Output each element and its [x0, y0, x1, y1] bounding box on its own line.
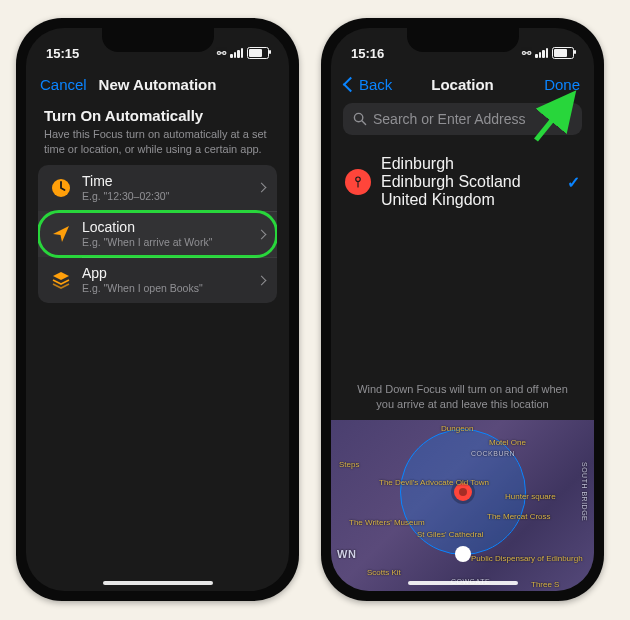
nav-arrow-icon [50, 223, 72, 245]
location-result[interactable]: Edinburgh Edinburgh Scotland United King… [331, 147, 594, 217]
bottom-pane: Wind Down Focus will turn on and off whe… [331, 376, 594, 591]
map-view[interactable]: The Devil's Advocate Old Town The Writer… [331, 420, 594, 591]
chevron-right-icon [257, 229, 267, 239]
chevron-right-icon [257, 183, 267, 193]
automation-group: Time E.g. "12:30–02:30" Location E.g. "W… [38, 165, 277, 304]
row-app-sub: E.g. "When I open Books" [82, 282, 248, 295]
map-poi: The Devil's Advocate Old Town [379, 478, 489, 487]
signal-icon [535, 48, 548, 58]
result-subtitle: Edinburgh Scotland United Kingdom [381, 173, 557, 209]
map-poi: Three S [531, 580, 559, 589]
section-title: Turn On Automatically [44, 107, 271, 124]
result-title: Edinburgh [381, 155, 557, 173]
map-poi: The Mercat Cross [487, 512, 551, 521]
nav-bar: Back Location Done [331, 68, 594, 103]
status-indicators: ⚯ [522, 47, 574, 60]
map-pin-icon [345, 169, 371, 195]
cancel-button[interactable]: Cancel [40, 76, 87, 93]
status-time: 15:15 [46, 46, 79, 61]
map-road: COCKBURN [471, 450, 515, 457]
map-poi: St Giles' Cathedral [417, 530, 483, 539]
radius-handle[interactable] [455, 546, 471, 562]
section-header: Turn On Automatically Have this Focus tu… [38, 103, 277, 165]
home-indicator[interactable] [103, 581, 213, 585]
map-poi: The Writers' Museum [349, 518, 425, 527]
notch [102, 28, 214, 52]
status-time: 15:16 [351, 46, 384, 61]
chevron-right-icon [257, 275, 267, 285]
map-poi: Motel One [489, 438, 526, 447]
svg-line-2 [362, 121, 366, 125]
map-poi: Dungeon [441, 424, 473, 433]
clock-icon [50, 177, 72, 199]
row-time-sub: E.g. "12:30–02:30" [82, 190, 248, 203]
row-location-label: Location [82, 219, 248, 235]
chevron-left-icon [343, 77, 359, 93]
row-time-label: Time [82, 173, 248, 189]
status-indicators: ⚯ [217, 47, 269, 60]
phone-right: 15:16 ⚯ Back Location Done Search or Ent… [321, 18, 604, 601]
row-app-label: App [82, 265, 248, 281]
search-placeholder: Search or Enter Address [373, 111, 526, 127]
map-road: WN [337, 548, 356, 560]
map-road: SOUTH BRIDGE [581, 462, 588, 521]
search-field[interactable]: Search or Enter Address [343, 103, 582, 135]
svg-point-1 [354, 113, 362, 121]
signal-icon [230, 48, 243, 58]
row-time[interactable]: Time E.g. "12:30–02:30" [38, 165, 277, 211]
nav-bar: Cancel New Automation [26, 68, 289, 103]
search-icon [353, 112, 367, 126]
link-icon: ⚯ [522, 47, 531, 60]
battery-icon [552, 47, 574, 59]
map-poi: Steps [339, 460, 359, 469]
row-location[interactable]: Location E.g. "When I arrive at Work" [38, 211, 277, 257]
back-button[interactable]: Back [345, 76, 392, 93]
row-app[interactable]: App E.g. "When I open Books" [38, 257, 277, 303]
map-poi: Scotts Kit [367, 568, 401, 577]
phone-left: 15:15 ⚯ Cancel New Automation Turn On Au… [16, 18, 299, 601]
section-subtitle: Have this Focus turn on automatically at… [44, 127, 271, 157]
geofence-hint: Wind Down Focus will turn on and off whe… [331, 376, 594, 420]
link-icon: ⚯ [217, 47, 226, 60]
screen-right: 15:16 ⚯ Back Location Done Search or Ent… [331, 28, 594, 591]
battery-icon [247, 47, 269, 59]
notch [407, 28, 519, 52]
screen-left: 15:15 ⚯ Cancel New Automation Turn On Au… [26, 28, 289, 591]
stack-icon [50, 269, 72, 291]
row-location-sub: E.g. "When I arrive at Work" [82, 236, 248, 249]
home-indicator[interactable] [408, 581, 518, 585]
map-poi: Hunter square [505, 492, 556, 501]
done-button[interactable]: Done [534, 76, 580, 93]
map-poi: Public Dispensary of Edinburgh [471, 554, 583, 563]
back-label: Back [359, 76, 392, 93]
checkmark-icon: ✓ [567, 173, 580, 192]
